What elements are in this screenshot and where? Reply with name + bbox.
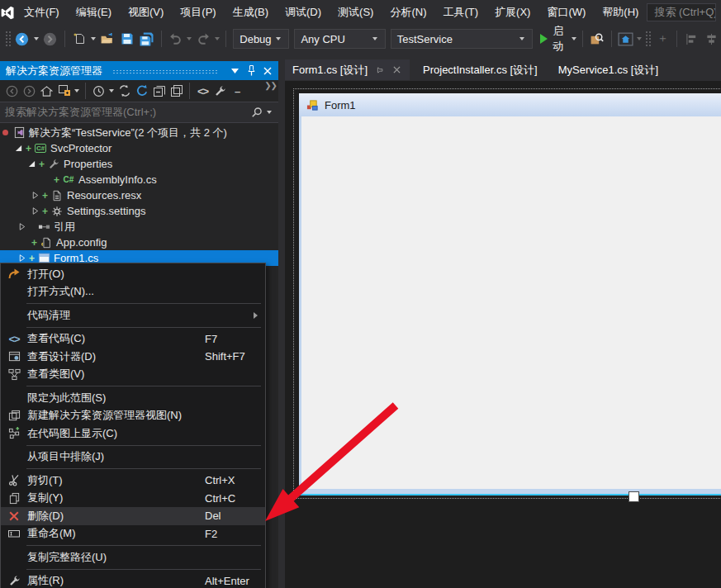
form-resize-handle[interactable]: [629, 491, 639, 502]
navigate-forward-button[interactable]: [41, 29, 59, 49]
view-code-icon[interactable]: <>: [194, 83, 211, 99]
expander-collapsed-icon[interactable]: [17, 254, 27, 262]
menu-tools[interactable]: 工具(T): [434, 0, 486, 25]
search-options-dropdown[interactable]: [267, 111, 272, 114]
new-project-button[interactable]: [70, 29, 88, 49]
tab-projectinstaller[interactable]: ProjectInstaller.cs [设计]: [415, 59, 545, 80]
context-item-view-code[interactable]: <> 查看代码(C) F7: [1, 330, 265, 349]
context-item-code-cleanup[interactable]: 代码清理: [1, 306, 265, 325]
context-item-exclude-from-project[interactable]: 从项目中排除(J): [1, 448, 265, 467]
context-item-view-designer[interactable]: 查看设计器(D) Shift+F7: [1, 348, 265, 366]
save-all-button[interactable]: [138, 29, 156, 49]
tree-item-settings[interactable]: + Settings.settings: [0, 203, 278, 219]
close-icon[interactable]: [260, 64, 275, 78]
tree-item-svcprotector[interactable]: + C# SvcProtector: [0, 140, 278, 156]
context-item-properties[interactable]: 属性(R) Alt+Enter: [1, 572, 265, 588]
filter-dropdown[interactable]: [109, 89, 114, 92]
tree-item-appconfig[interactable]: + App.config: [0, 235, 278, 250]
close-tab-icon[interactable]: [391, 64, 402, 76]
switch-views-dropdown[interactable]: [74, 89, 79, 92]
context-item-copy[interactable]: 复制(Y) Ctrl+C: [1, 490, 265, 508]
pin-tab-icon[interactable]: [373, 64, 385, 76]
toolbar-grip[interactable]: [645, 31, 651, 47]
menu-edit[interactable]: 编辑(E): [68, 0, 120, 25]
search-icon[interactable]: [251, 107, 263, 118]
redo-button[interactable]: [194, 29, 212, 49]
tree-item-resources[interactable]: + Resources.resx: [0, 187, 278, 203]
undo-button[interactable]: [166, 29, 184, 49]
add-button[interactable]: ＋: [653, 29, 671, 49]
startup-project-combobox[interactable]: TestService: [391, 29, 534, 49]
tab-myservice1[interactable]: MyService1.cs [设计]: [551, 59, 666, 80]
solution-explorer-search-input[interactable]: 搜索解决方案资源管理器(Ctrl+;): [0, 102, 278, 123]
solution-explorer-titlebar[interactable]: 解决方案资源管理器: [0, 61, 278, 80]
tree-item-references[interactable]: 引用: [0, 219, 278, 235]
expander-collapsed-icon[interactable]: [17, 223, 27, 230]
menu-project[interactable]: 项目(P): [172, 0, 224, 25]
quick-search-input[interactable]: 搜索 (Ctrl+Q): [647, 3, 716, 21]
menu-file[interactable]: 文件(F): [16, 0, 68, 25]
save-button[interactable]: [118, 29, 136, 49]
new-project-dropdown[interactable]: [91, 37, 96, 40]
tab-form1[interactable]: Form1.cs [设计]: [285, 59, 410, 80]
solution-platform-combobox[interactable]: Any CPU: [294, 29, 385, 49]
align-lefts-button[interactable]: [682, 29, 700, 49]
align-centers-button[interactable]: [702, 29, 720, 49]
solution-configuration-combobox[interactable]: Debug: [233, 29, 289, 49]
pin-icon[interactable]: [244, 64, 259, 78]
start-dropdown[interactable]: [572, 37, 576, 40]
tree-item-properties[interactable]: + Properties: [0, 156, 278, 172]
attach-to-process-button[interactable]: [588, 29, 606, 49]
home-icon[interactable]: [38, 83, 55, 99]
properties-icon[interactable]: [211, 83, 229, 99]
expander-expanded-icon[interactable]: [26, 160, 37, 168]
redo-dropdown[interactable]: [215, 37, 220, 40]
context-item-show-on-code-map[interactable]: 在代码图上显示(C): [1, 424, 265, 443]
context-item-view-class-diagram[interactable]: 查看类图(V): [1, 366, 265, 384]
preview-selected-items-icon[interactable]: –: [229, 83, 246, 99]
menu-help[interactable]: 帮助(H): [594, 0, 647, 25]
pending-changes-filter-icon[interactable]: [90, 83, 107, 99]
context-item-scope-to-this[interactable]: 限定为此范围(S): [1, 389, 265, 407]
switch-views-icon[interactable]: [55, 83, 73, 99]
open-file-button[interactable]: [98, 29, 116, 49]
forward-icon[interactable]: [21, 83, 38, 99]
menu-analyze[interactable]: 分析(N): [382, 0, 434, 25]
refresh-icon[interactable]: [133, 83, 150, 99]
form-titlebar[interactable]: Form1: [299, 93, 721, 116]
toolbar-overflow-icon[interactable]: ❯❯: [264, 81, 277, 90]
form-designer-surface[interactable]: Form1: [285, 81, 721, 588]
toolbar-grip[interactable]: [5, 31, 11, 47]
context-item-cut[interactable]: 剪切(T) Ctrl+X: [1, 472, 265, 490]
menu-extensions[interactable]: 扩展(X): [486, 0, 538, 25]
tree-item-solution[interactable]: 解决方案“TestService”(2 个项目，共 2 个): [0, 125, 278, 140]
expander-collapsed-icon[interactable]: [30, 192, 40, 199]
form-client-area[interactable]: [299, 116, 721, 489]
menu-debug[interactable]: 调试(D): [277, 0, 330, 25]
nested-view-icon[interactable]: [168, 83, 185, 99]
tree-item-assemblyinfo[interactable]: + C# AssemblyInfo.cs: [0, 172, 278, 187]
navigate-back-button[interactable]: [13, 29, 31, 49]
menu-window[interactable]: 窗口(W): [538, 0, 594, 25]
menu-build[interactable]: 生成(B): [225, 0, 277, 25]
expander-collapsed-icon[interactable]: [30, 207, 40, 215]
context-item-delete[interactable]: 删除(D) Del: [1, 507, 265, 525]
back-icon[interactable]: [3, 83, 21, 99]
start-debugging-button[interactable]: 启动: [540, 29, 569, 49]
designed-form[interactable]: Form1: [299, 93, 721, 496]
window-position-dropdown-icon[interactable]: [227, 64, 242, 78]
context-item-copy-full-path[interactable]: 复制完整路径(U): [1, 548, 265, 567]
expander-expanded-icon[interactable]: [13, 145, 24, 152]
undo-dropdown[interactable]: [187, 37, 192, 40]
menu-test[interactable]: 测试(S): [330, 0, 382, 25]
sync-with-active-document-icon[interactable]: [116, 83, 133, 99]
context-item-open-with[interactable]: 打开方式(N)...: [1, 283, 265, 301]
context-item-new-solution-explorer-view[interactable]: 新建解决方案资源管理器视图(N): [1, 407, 265, 425]
context-item-rename[interactable]: 重命名(M) F2: [1, 525, 265, 543]
navigate-back-dropdown[interactable]: [34, 37, 39, 40]
browser-preview-button[interactable]: [616, 29, 634, 49]
browser-preview-dropdown[interactable]: [637, 37, 642, 40]
context-item-open[interactable]: 打开(O): [1, 265, 265, 283]
collapse-all-icon[interactable]: [150, 83, 168, 99]
menu-view[interactable]: 视图(V): [120, 0, 172, 25]
